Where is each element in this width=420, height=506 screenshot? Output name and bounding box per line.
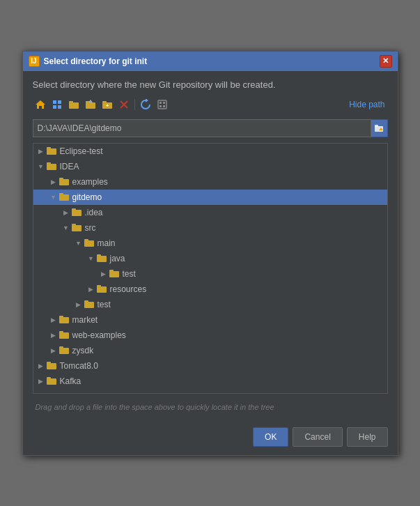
folder-icon [59,315,70,324]
tree-item-label: gitdemo [72,192,383,202]
cancel-button[interactable]: Cancel [293,427,342,447]
description-text: Select directory where the new Git repos… [33,79,388,90]
svg-rect-2 [58,100,61,104]
tree-item[interactable]: ▶zysdk [33,343,387,358]
tree-item[interactable]: ▶web-examples [33,328,387,343]
svg-marker-0 [36,100,45,109]
tree-item[interactable]: ▼java [33,251,387,266]
tree-item[interactable]: ▶Tomcat8.0 [33,358,387,374]
folder-icon [46,376,57,385]
folder-icon [71,223,82,232]
svg-rect-3 [53,105,56,109]
tree-toggle-icon: ▼ [86,254,96,263]
tree-toggle-icon: ▶ [74,300,84,309]
svg-rect-32 [72,210,81,216]
file-tree[interactable]: ▶Eclipse-test▼IDEA▶examples▼gitdemo▶.ide… [33,143,388,394]
close-button[interactable]: ✕ [380,55,392,68]
svg-rect-38 [97,256,107,262]
toolbar: + [33,95,388,114]
tree-item-label: examples [72,177,383,187]
tree-toggle-icon: ▶ [86,284,96,294]
svg-rect-54 [47,378,56,385]
tree-item[interactable]: ▶examples [33,174,387,190]
new-folder-btn[interactable]: + [100,97,115,112]
folder-icon [59,346,70,355]
folder-icon [46,361,57,370]
path-row [33,119,388,137]
tree-item-label: web-examples [72,330,383,340]
tree-item[interactable]: ▶test [33,297,387,312]
tree-item[interactable]: ▼gitdemo [33,190,387,205]
folder-icon [96,284,107,293]
svg-rect-16 [160,102,162,104]
tree-item-label: IDEA [60,162,383,171]
folder-icon [96,254,107,263]
svg-rect-17 [163,102,165,104]
tree-item-label: test [123,269,383,279]
tree-item[interactable]: ▶test [33,266,387,282]
svg-rect-40 [109,271,119,277]
toolbar-divider [134,99,135,110]
ok-button[interactable]: OK [253,427,288,447]
tree-item-label: resources [110,284,383,294]
tree-item[interactable]: ▼main [33,236,387,251]
refresh-btn[interactable] [138,97,153,112]
svg-rect-26 [47,164,56,170]
svg-rect-18 [160,105,162,107]
delete-btn[interactable] [116,97,132,112]
folder-icon [59,192,70,201]
tree-toggle-icon: ▼ [36,162,46,171]
svg-rect-52 [47,363,56,369]
open-folder-btn[interactable] [66,97,81,112]
svg-rect-42 [97,286,107,293]
path-input[interactable] [33,119,371,137]
tree-toggle-icon: ▶ [36,361,46,371]
tree-item[interactable]: ▶resources [33,282,387,297]
app-icon: IJ [29,56,40,67]
svg-rect-6 [69,101,73,103]
help-button[interactable]: Help [347,427,388,447]
tree-item[interactable]: ▶market [33,312,387,328]
svg-rect-30 [59,194,69,201]
tree-toggle-icon: ▼ [49,192,59,202]
title-bar: IJ Select directory for git init ✕ [23,52,398,71]
tree-item[interactable]: ▼IDEA [33,159,387,174]
svg-rect-7 [86,102,95,109]
tree-item-label: main [98,238,383,248]
tree-toggle-icon: ▶ [36,376,46,386]
svg-rect-34 [72,225,81,231]
tree-item-label: java [110,254,383,263]
tree-toggle-icon: ▶ [49,177,59,187]
hide-path-button[interactable]: Hide path [346,98,387,111]
path-browse-button[interactable] [371,119,388,137]
folder-icon [59,177,70,186]
tree-toggle-icon: ▶ [36,146,46,156]
dialog-title: Select directory for git init [44,56,380,66]
svg-rect-15 [158,100,166,109]
tree-item[interactable]: ▶.idea [33,205,387,220]
dialog-window: IJ Select directory for git init ✕ Selec… [22,51,398,456]
tree-item-label: .idea [85,208,383,217]
tree-toggle-icon: ▼ [74,238,84,248]
svg-rect-28 [59,179,69,185]
svg-rect-5 [69,102,79,109]
folder-icon [59,330,70,339]
svg-rect-46 [59,317,69,323]
dialog-content: Select directory where the new Git repos… [23,71,398,422]
folder-icon [84,238,95,247]
tree-item-label: market [72,315,383,325]
tree-item[interactable]: ▶Kafka [33,374,387,389]
folder-up-btn[interactable] [83,97,98,112]
tree-item[interactable]: ▶Eclipse-test [33,144,387,159]
tree-item-label: Eclipse-test [60,146,383,156]
svg-rect-19 [163,105,165,107]
home-toolbar-btn[interactable] [33,97,48,112]
tree-toggle-icon: ▼ [61,223,71,233]
modules-toolbar-btn[interactable] [49,97,65,112]
tree-item[interactable]: ▼src [33,220,387,236]
settings-btn[interactable] [155,97,170,112]
tree-item-label: src [85,223,383,233]
tree-toggle-icon: ▶ [61,208,71,217]
tree-item-label: Kafka [60,376,383,386]
svg-rect-48 [59,332,69,339]
